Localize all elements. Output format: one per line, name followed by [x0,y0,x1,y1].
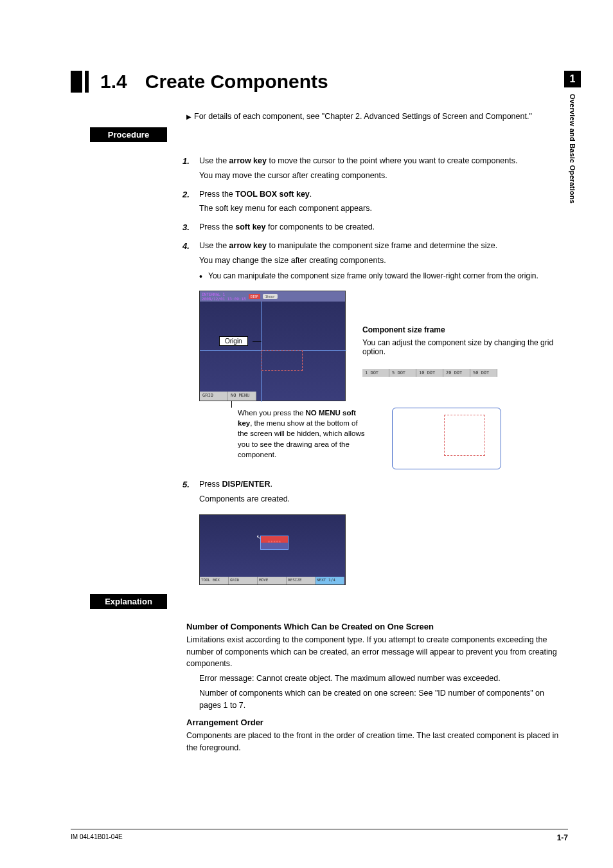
dot-softkeys: 1 DOT 5 DOT 10 DOT 20 DOT 50 DOT [362,369,568,377]
heading-bar-thin [85,71,89,93]
mini-preview-frame [392,408,501,469]
nomenu-softkey: NO MENU [228,392,256,401]
step-2: Press the TOOL BOX soft key. The soft ke… [199,188,568,215]
created-component: ***** [260,536,289,550]
size-frame-title: Component size frame [362,325,568,334]
grid-softkey-2: GRID [229,577,258,584]
figure-1-annotation: Component size frame You can adjust the … [362,291,568,377]
explain-h1: Number of Components Which Can be Create… [186,622,568,631]
grid-softkey: GRID [200,392,228,401]
dot-10: 10 DOT [416,369,443,377]
step-1: Use the arrow key to move the cursor to … [199,155,568,182]
heading-bar-thick [71,71,82,93]
procedure-steps-cont: Press DISP/ENTER. Components are created… [199,478,568,505]
step-4-bullet: You can manipulate the component size fr… [199,270,568,282]
figure-1: INTERNAL 1 2008/12/01 13:09:18 DISP 1hou… [199,291,568,469]
move-softkey: MOVE [258,577,287,584]
explain-p3: Number of components which can be create… [199,687,568,712]
mini-dashed-box [444,415,485,456]
next-softkey: NEXT 1/4 [315,577,344,584]
cross-reference-note: For details of each component, see "Chap… [186,112,568,121]
origin-label: Origin [219,336,248,346]
device-header: INTERNAL 1 2008/12/01 13:09:18 DISP 1hou… [200,291,345,302]
figure-2: ↖ ***** TOOL BOX GRID MOVE RESIZE NEXT 1… [199,514,568,585]
step-4: Use the arrow key to manipulate the comp… [199,240,568,282]
device-2-softkeys: TOOL BOX GRID MOVE RESIZE NEXT 1/4 [200,577,345,584]
time-pill: 1hour [263,294,278,299]
toolbox-softkey: TOOL BOX [200,577,229,584]
procedure-label: Procedure [90,127,167,142]
step-4-sub: You may change the size after creating c… [199,255,568,267]
explanation-content: Number of Components Which Can be Create… [186,622,568,754]
step-3: Press the soft key for components to be … [199,221,568,233]
page-footer: IM 04L41B01-04E 1-7 [71,829,568,842]
disp-badge: DISP [249,294,260,299]
step-5: Press DISP/ENTER. Components are created… [199,478,568,505]
device-soft-keys: GRID NO MENU [200,392,345,401]
section-title: Create Components [145,71,328,93]
resize-softkey: RESIZE [287,577,315,584]
device-screenshot-2: ↖ ***** TOOL BOX GRID MOVE RESIZE NEXT 1… [199,514,346,585]
procedure-steps: Use the arrow key to move the cursor to … [199,155,568,282]
section-number: 1.4 [100,71,127,93]
chapter-side-tab: 1 Overview and Basic Operations [564,71,581,204]
explain-p2: Error message: Cannot create object. The… [199,673,568,685]
no-menu-callout: When you press the NO MENU soft key, the… [238,408,366,459]
doc-id: IM 04L41B01-04E [71,833,123,842]
explain-p4: Components are placed to the front in th… [186,730,568,754]
dot-5: 5 DOT [389,369,416,377]
size-frame-dashed [262,350,303,371]
step-2-sub: The soft key menu for each component app… [199,203,568,215]
dot-1: 1 DOT [362,369,389,377]
device-screenshot: INTERNAL 1 2008/12/01 13:09:18 DISP 1hou… [199,291,346,401]
explain-h2: Arrangement Order [186,718,568,727]
step-5-sub: Components are created. [199,493,568,505]
page-number: 1-7 [557,833,568,842]
size-frame-text: You can adjust the component size by cha… [362,338,568,356]
dot-50: 50 DOT [470,369,497,377]
dot-20: 20 DOT [443,369,470,377]
step-1-sub: You may move the cursor after creating c… [199,170,568,182]
chapter-number-badge: 1 [564,71,581,87]
chapter-side-title: Overview and Basic Operations [569,94,576,204]
explain-p1: Limitations exist according to the compo… [186,634,568,670]
section-heading: 1.4 Create Components [71,71,568,93]
explanation-label: Explanation [90,594,167,609]
